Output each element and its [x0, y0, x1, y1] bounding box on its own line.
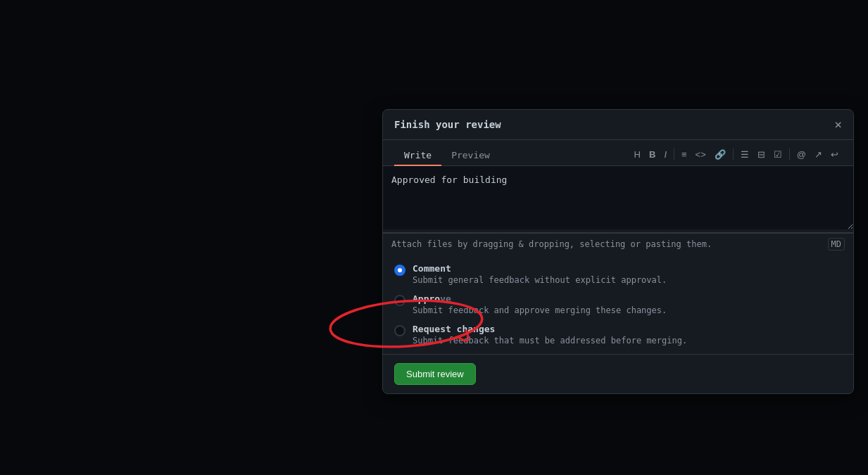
radio-desc-request-changes: Submit feedback that must be addressed b… [413, 336, 842, 346]
option-text-approve: Approve Submit feedback and approve merg… [413, 293, 842, 315]
radio-option-request-changes[interactable]: Request changes Submit feedback that mus… [394, 324, 842, 346]
radio-label-comment: Comment [413, 263, 842, 274]
toolbar-ref-button[interactable]: ↗ [811, 148, 826, 161]
review-textarea[interactable]: Approved for building [383, 166, 853, 229]
attach-text: Attach files by dragging & dropping, sel… [391, 239, 712, 249]
radio-label-request-changes: Request changes [413, 324, 842, 334]
tab-write[interactable]: Write [394, 146, 441, 166]
toolbar-sep-3 [789, 148, 790, 160]
option-text-comment: Comment Submit general feedback without … [413, 263, 842, 285]
review-options: Comment Submit general feedback without … [383, 255, 853, 354]
modal-title: Finish your review [394, 119, 501, 130]
toolbar-ul-button[interactable]: ☰ [737, 148, 753, 161]
toolbar-link-button[interactable]: 🔗 [711, 148, 729, 161]
toolbar-h-button[interactable]: H [631, 148, 644, 161]
attach-bar: Attach files by dragging & dropping, sel… [383, 233, 853, 255]
modal-tabs: Write Preview H B I ≡ <> 🔗 ☰ ⊟ ☑ @ ↗ ↩ [383, 140, 853, 166]
review-modal: Finish your review × Write Preview H B I… [382, 109, 854, 394]
tab-preview[interactable]: Preview [441, 146, 500, 166]
markdown-icon: MD [828, 238, 845, 251]
toolbar-list-button[interactable]: ⊟ [754, 148, 769, 161]
radio-option-comment[interactable]: Comment Submit general feedback without … [394, 263, 842, 285]
radio-circle-approve [394, 295, 405, 306]
toolbar-i-button[interactable]: I [660, 148, 670, 161]
modal-footer: Submit review [383, 354, 853, 393]
toolbar-code-button[interactable]: <> [692, 148, 710, 161]
modal-header: Finish your review × [383, 110, 853, 140]
radio-circle-comment [394, 265, 405, 276]
textarea-wrapper: Approved for building [383, 166, 853, 233]
radio-option-approve[interactable]: Approve Submit feedback and approve merg… [394, 293, 842, 315]
toolbar-undo-button[interactable]: ↩ [827, 148, 842, 161]
toolbar-sep-2 [733, 148, 734, 160]
submit-review-button[interactable]: Submit review [394, 363, 476, 385]
radio-label-approve: Approve [413, 293, 842, 304]
option-text-request-changes: Request changes Submit feedback that mus… [413, 324, 842, 346]
radio-desc-approve: Submit feedback and approve merging thes… [413, 305, 842, 315]
toolbar-b-button[interactable]: B [646, 148, 659, 161]
modal-close-button[interactable]: × [834, 118, 842, 131]
radio-desc-comment: Submit general feedback without explicit… [413, 275, 842, 285]
toolbar-mention-button[interactable]: @ [793, 148, 810, 161]
toolbar-sep-1 [674, 148, 674, 160]
toolbar-task-button[interactable]: ☑ [770, 148, 786, 161]
radio-circle-request-changes [394, 325, 405, 336]
toolbar-ol-button[interactable]: ≡ [678, 148, 691, 161]
